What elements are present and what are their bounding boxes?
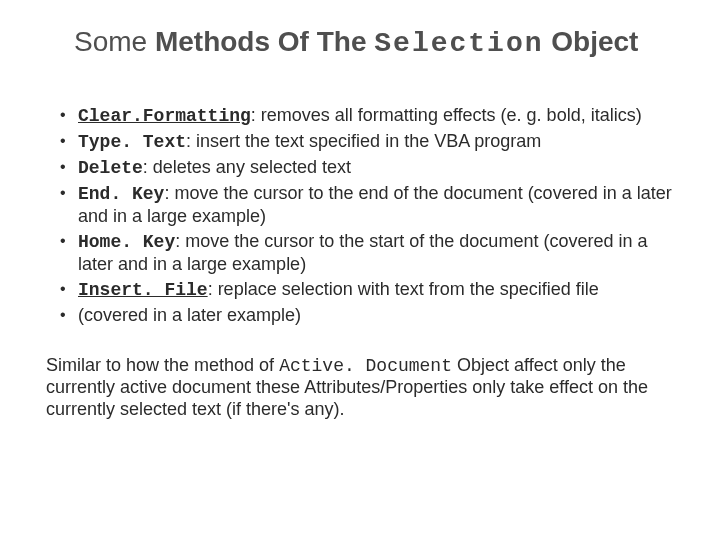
- method-desc: : deletes any selected text: [143, 157, 351, 177]
- method-desc: (covered in a later example): [78, 305, 301, 325]
- list-item: Type. Text: insert the text specified in…: [60, 131, 684, 154]
- method-name: Type. Text: [78, 132, 186, 152]
- method-name: Delete: [78, 158, 143, 178]
- footer-paragraph: Similar to how the method of Active. Doc…: [42, 355, 684, 421]
- list-item: (covered in a later example): [60, 305, 684, 327]
- title-selection: Selection: [374, 28, 543, 59]
- title-ofthe: Of The: [278, 26, 367, 57]
- method-name: Insert. File: [78, 280, 208, 300]
- title-methods: Methods: [155, 26, 270, 57]
- method-desc: : move the cursor to the end of the docu…: [78, 183, 672, 226]
- list-item: Home. Key: move the cursor to the start …: [60, 231, 684, 276]
- list-item: End. Key: move the cursor to the end of …: [60, 183, 684, 228]
- footer-pre: Similar to how the method of: [46, 355, 279, 375]
- method-desc: : removes all formatting effects (e. g. …: [251, 105, 642, 125]
- list-item: Insert. File: replace selection with tex…: [60, 279, 684, 302]
- method-name: Home. Key: [78, 232, 175, 252]
- method-desc: : insert the text specified in the VBA p…: [186, 131, 541, 151]
- method-desc: : replace selection with text from the s…: [208, 279, 599, 299]
- bullet-list: Clear.Formatting: removes all formatting…: [42, 105, 684, 327]
- list-item: Delete: deletes any selected text: [60, 157, 684, 180]
- method-name: Clear.Formatting: [78, 106, 251, 126]
- method-name: End. Key: [78, 184, 164, 204]
- footer-mono: Active. Document: [279, 356, 452, 376]
- list-item: Clear.Formatting: removes all formatting…: [60, 105, 684, 128]
- title-some: Some: [74, 26, 147, 57]
- slide-title: Some Methods Of The Selection Object: [42, 26, 684, 59]
- title-object: Object: [551, 26, 638, 57]
